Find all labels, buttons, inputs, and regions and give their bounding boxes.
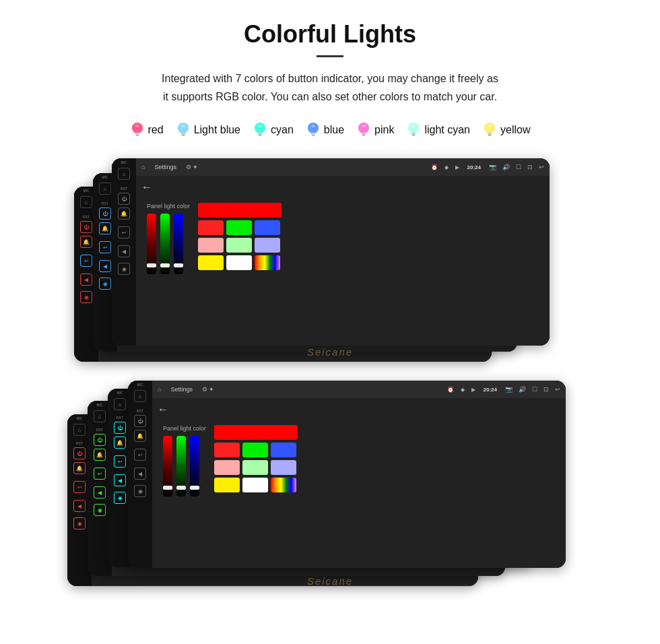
- power-btn-b3[interactable]: ⏻: [114, 422, 126, 434]
- swatch-lightgreen-bot[interactable]: [242, 460, 268, 475]
- svg-point-4: [135, 125, 139, 127]
- vol-btn-1[interactable]: ◀: [80, 273, 92, 286]
- swatch-blue-bot[interactable]: [271, 443, 296, 457]
- svg-point-21: [358, 123, 369, 133]
- swatch-yellow-bot[interactable]: [214, 478, 240, 492]
- swatch-pink-bot[interactable]: [214, 460, 240, 475]
- bell-btn-b2[interactable]: 🔔: [94, 449, 106, 461]
- svg-rect-2: [135, 133, 139, 135]
- music-btn-b2[interactable]: ↩: [94, 468, 106, 480]
- mic-btn-b2[interactable]: ◉: [94, 504, 106, 516]
- swatch-red-bot[interactable]: [214, 443, 240, 457]
- bulb-icon-yellow: [482, 121, 497, 139]
- svg-point-29: [411, 125, 416, 127]
- home-btn-b1[interactable]: ⌂: [73, 424, 86, 436]
- home-btn-b3[interactable]: ⌂: [114, 398, 126, 410]
- color-label-lightblue: Light blue: [176, 121, 240, 139]
- slider-blue[interactable]: [174, 214, 183, 274]
- vol-btn-b3[interactable]: ◀: [114, 474, 126, 486]
- bell-btn-3[interactable]: 🔔: [118, 207, 130, 220]
- mic-btn-b1[interactable]: ◉: [73, 517, 86, 529]
- slider-red-bot[interactable]: [163, 436, 172, 496]
- music-btn-2[interactable]: ↩: [99, 241, 111, 253]
- bell-btn-b1[interactable]: 🔔: [73, 462, 86, 474]
- slider-thumb-red-bot: [163, 486, 172, 490]
- color-label-yellow-text: yellow: [500, 124, 530, 136]
- power-btn-2[interactable]: ⏻: [99, 207, 111, 220]
- swatch-blue[interactable]: [255, 220, 280, 235]
- svg-point-31: [484, 123, 495, 133]
- music-btn-3[interactable]: ↩: [118, 226, 130, 238]
- slider-thumb-red: [147, 263, 156, 267]
- bell-btn-b4[interactable]: 🔔: [134, 430, 146, 442]
- svg-rect-28: [412, 135, 416, 136]
- back-arrow-b4: ←: [158, 404, 168, 416]
- bottom-screen-group: MIC ⌂ RST ⏻ 🔔 ↩ ◀ ◉ ⌂ Set: [67, 381, 593, 603]
- bell-btn-2[interactable]: 🔔: [99, 222, 111, 234]
- topbar-b4: ⌂ Settings ⚙ ✦ ⏰ ◆ ▶ 20:24 📷 🔊 ☐ ⊡ ↩: [152, 381, 566, 398]
- vol-btn-3[interactable]: ◀: [118, 245, 130, 257]
- swatch-full-red[interactable]: [198, 203, 282, 218]
- home-btn-3[interactable]: ⌂: [118, 168, 130, 180]
- svg-rect-27: [411, 133, 416, 135]
- svg-rect-22: [362, 133, 366, 135]
- panel-left-bot: Panel light color: [163, 425, 206, 496]
- side-buttons-3: MIC ⌂ RST ⏻ 🔔 ↩ ◀ ◉: [112, 158, 136, 346]
- mic-btn-2[interactable]: ◉: [99, 278, 111, 290]
- power-btn-b4[interactable]: ⏻: [134, 415, 146, 427]
- swatch-yellow[interactable]: [198, 255, 224, 270]
- svg-rect-13: [259, 135, 262, 136]
- bulb-icon-lightblue: [176, 121, 191, 139]
- swatch-lightblue[interactable]: [255, 238, 280, 253]
- swatch-pink[interactable]: [198, 238, 224, 253]
- color-label-blue-text: blue: [324, 124, 344, 136]
- home-btn-b4[interactable]: ⌂: [134, 390, 146, 402]
- slider-green-bot[interactable]: [176, 436, 186, 496]
- svg-rect-18: [311, 135, 315, 136]
- swatch-lightblue-bot[interactable]: [271, 460, 296, 475]
- bell-btn-1[interactable]: 🔔: [80, 236, 92, 248]
- power-btn-1[interactable]: ⏻: [80, 221, 92, 233]
- vol-btn-b1[interactable]: ◀: [73, 500, 86, 512]
- color-label-yellow: yellow: [482, 121, 530, 139]
- vol-btn-b4[interactable]: ◀: [134, 468, 146, 480]
- home-btn-1[interactable]: ⌂: [80, 196, 92, 208]
- music-btn-b1[interactable]: ↩: [73, 481, 86, 493]
- swatch-white-bot[interactable]: [242, 478, 268, 492]
- color-labels-row: red Light blue cyan: [27, 121, 633, 139]
- slider-blue-bot[interactable]: [190, 436, 199, 496]
- mic-btn-3[interactable]: ◉: [118, 263, 130, 275]
- music-btn-b3[interactable]: ↩: [114, 455, 126, 468]
- mic-btn-b4[interactable]: ◉: [134, 485, 146, 497]
- power-btn-b2[interactable]: ⏻: [94, 434, 106, 446]
- vol-btn-2[interactable]: ◀: [99, 260, 111, 272]
- swatch-lightgreen[interactable]: [226, 238, 252, 253]
- vol-btn-b2[interactable]: ◀: [94, 486, 106, 498]
- back-arrow-3: ←: [141, 181, 152, 193]
- music-btn-b4[interactable]: ↩: [134, 449, 146, 461]
- swatch-row-3: [198, 255, 282, 270]
- home-btn-2[interactable]: ⌂: [99, 183, 111, 195]
- mic-btn-1[interactable]: ◉: [80, 291, 92, 303]
- swatch-green-bot[interactable]: [242, 443, 268, 457]
- swatch-row-bot-2: [214, 460, 298, 475]
- slider-green[interactable]: [160, 214, 170, 274]
- swatch-full-red-bot[interactable]: [214, 425, 298, 440]
- swatch-red[interactable]: [198, 220, 224, 235]
- svg-rect-23: [362, 135, 366, 136]
- power-btn-3[interactable]: ⏻: [118, 193, 130, 205]
- swatch-row-bot-0: [214, 425, 298, 440]
- swatch-green[interactable]: [226, 220, 252, 235]
- music-btn-1[interactable]: ↩: [80, 255, 92, 267]
- swatch-rainbow[interactable]: [255, 255, 280, 270]
- page-container: Colorful Lights Integrated with 7 colors…: [0, 0, 660, 623]
- screen-content-b4: ⌂ Settings ⚙ ✦ ⏰ ◆ ▶ 20:24 📷 🔊 ☐ ⊡ ↩: [152, 381, 566, 568]
- swatch-white[interactable]: [226, 255, 252, 270]
- mic-btn-b3[interactable]: ◉: [114, 492, 126, 504]
- bell-btn-b3[interactable]: 🔔: [114, 437, 126, 449]
- power-btn-b1[interactable]: ⏻: [73, 447, 86, 459]
- swatch-rainbow-bot[interactable]: [271, 478, 296, 492]
- color-label-red: red: [130, 121, 164, 139]
- slider-red[interactable]: [147, 214, 156, 274]
- home-btn-b2[interactable]: ⌂: [94, 410, 106, 422]
